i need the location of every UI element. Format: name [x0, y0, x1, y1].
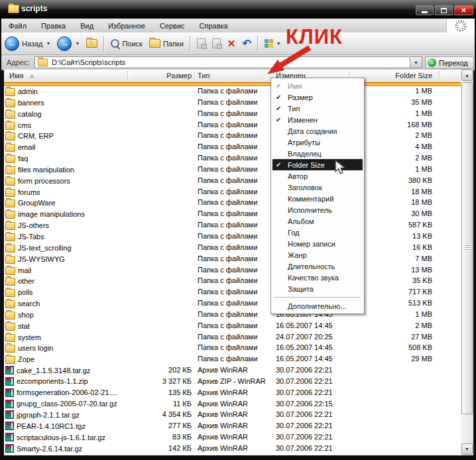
file-modified: 30.07.2006 22:21	[276, 377, 346, 385]
scrollbar-thumb[interactable]	[461, 82, 473, 414]
context-menu-item[interactable]: ✔ Комментарий	[272, 193, 363, 204]
table-row[interactable]: other Папка с файлами 16.05.2007 14:45 3…	[4, 276, 461, 287]
context-menu-item[interactable]: ✔ Владелец	[272, 148, 363, 159]
table-row[interactable]: forums Папка с файлами 16.05.2007 14:45 …	[4, 187, 461, 198]
column-divider[interactable]	[194, 71, 196, 81]
table-row[interactable]: shop Папка с файлами 16.05.2007 14:45 1 …	[4, 310, 461, 321]
column-header-name[interactable]: Имя	[9, 72, 35, 80]
address-value: D:\Сайт\Scripts\scripts	[52, 58, 410, 66]
file-name: admin	[18, 87, 38, 95]
menubar-item[interactable]: Избранное	[101, 19, 152, 32]
file-icon	[5, 233, 15, 241]
table-row[interactable]: ezcomponents-1.1.zip 3 327 КБ Архив ZIP …	[4, 376, 461, 388]
menubar-item[interactable]: Правка	[34, 19, 73, 32]
go-button[interactable]: → Переход	[425, 56, 474, 69]
table-row[interactable]: formsgeneration-2006-02-21.... 135 КБ Ар…	[4, 388, 461, 399]
table-row[interactable]: faq Папка с файлами 16.05.2007 14:45 2 M…	[4, 153, 461, 164]
scroll-down-button[interactable]: ▼	[461, 443, 473, 455]
folders-icon	[149, 39, 160, 48]
table-row[interactable]: JS-text_scrolling Папка с файлами 16.05.…	[4, 243, 461, 254]
up-button[interactable]: ↑	[83, 39, 101, 48]
context-menu-item[interactable]: ✔ Имя	[272, 80, 363, 91]
file-name: search	[18, 300, 40, 308]
table-row[interactable]: email Папка с файлами 16.05.2007 14:45 4…	[4, 142, 461, 153]
table-row[interactable]: polls Папка с файлами 16.05.2007 14:45 7…	[4, 287, 461, 298]
context-menu-item[interactable]: ✔ Жанр	[272, 249, 363, 260]
table-row[interactable]: system Папка с файлами 24.07.2007 20:25 …	[4, 332, 461, 343]
table-row[interactable]: scriptaculous-js-1.6.1.tar.gz 83 КБ Архи…	[4, 432, 461, 443]
back-dropdown-icon[interactable]: ▼	[46, 41, 51, 46]
context-menu-item[interactable]: ✔ Год	[272, 227, 363, 238]
table-row[interactable]: Smarty-2.6.14.tar.gz 142 КБ Архив WinRAR…	[4, 443, 461, 455]
back-button[interactable]: ← Назад ▼	[1, 36, 54, 51]
address-input[interactable]: D:\Сайт\Scripts\scripts ▼	[34, 56, 422, 68]
checkmark-icon: ✔	[276, 116, 288, 123]
column-divider[interactable]	[127, 71, 129, 81]
undo-button[interactable]: ↶	[239, 38, 254, 49]
context-menu-item[interactable]: ✔ Защита	[272, 283, 363, 294]
vertical-scrollbar[interactable]: ▲ ▼	[461, 70, 473, 455]
delete-icon: ✕	[227, 38, 236, 48]
context-menu-item[interactable]: ✔ Длительность	[272, 260, 363, 272]
context-menu-item[interactable]: ✔ Качество звука	[272, 272, 363, 283]
close-button[interactable]: ✕	[454, 5, 473, 15]
column-divider[interactable]	[439, 71, 440, 81]
table-row[interactable]: image manipulations Папка с файлами 16.0…	[4, 209, 461, 220]
context-menu-item[interactable]: ✔ Размер	[272, 91, 363, 103]
context-menu-item[interactable]: ✔ Дополнительно...	[272, 300, 363, 312]
toolbar-separator	[257, 36, 259, 52]
column-header-size[interactable]: Размер	[127, 72, 192, 80]
column-header-type[interactable]: Тип	[198, 72, 209, 80]
scroll-up-button[interactable]: ▲	[461, 70, 473, 81]
context-menu-item[interactable]: ✔ Изменен	[272, 114, 363, 125]
table-row[interactable]: cake_1.1.5.3148.tar.gz 202 КБ Архив WinR…	[4, 365, 461, 376]
file-size: 4 354 КБ	[127, 410, 192, 418]
menubar-item[interactable]: Вид	[73, 19, 101, 32]
table-row[interactable]: PEAR-1.4.10RC1.tgz 277 КБ Архив WinRAR 3…	[4, 421, 461, 432]
table-row[interactable]: CRM, ERP Папка с файлами 16.05.2007 14:4…	[4, 131, 461, 142]
table-row[interactable]: mail Папка с файлами 16.05.2007 14:45 13…	[4, 265, 461, 276]
search-button[interactable]: Поиск	[107, 39, 145, 48]
table-row[interactable]: JS-others Папка с файлами 16.05.2007 14:…	[4, 220, 461, 231]
delete-button[interactable]: ✕	[224, 38, 239, 48]
context-menu-item[interactable]: ✔ Заголовок	[272, 182, 363, 193]
address-dropdown-icon[interactable]: ▼	[410, 57, 422, 68]
context-menu-item[interactable]: ✔	[272, 294, 363, 300]
table-row[interactable]: catalog Папка с файлами 16.05.2007 14:45…	[4, 109, 461, 120]
table-row[interactable]: jpgraph-2.1.1.tar.gz 4 354 КБ Архив WinR…	[4, 410, 461, 421]
context-menu-item[interactable]: ✔ Альбом	[272, 215, 363, 227]
table-row[interactable]: JS-WYSIWYG Папка с файлами 16.05.2007 14…	[4, 254, 461, 265]
table-row[interactable]: cms Папка с файлами 16.05.2007 14:45 168…	[4, 120, 461, 131]
table-row[interactable]: search Папка с файлами 16.05.2007 14:45 …	[4, 298, 461, 310]
move-to-button[interactable]	[194, 38, 209, 48]
menubar-item[interactable]: Файл	[1, 19, 34, 32]
context-menu-item[interactable]: ✔ Дата создания	[272, 125, 363, 137]
table-row[interactable]: form processors Папка с файлами 16.05.20…	[4, 176, 461, 187]
context-menu-item[interactable]: ✔ Автор	[272, 170, 363, 182]
folders-button[interactable]: Папки	[146, 39, 187, 48]
context-menu-item[interactable]: ✔ Исполнитель	[272, 204, 363, 215]
table-row[interactable]: banners Папка с файлами 16.05.2007 14:45…	[4, 97, 461, 109]
maximize-button[interactable]	[435, 5, 453, 15]
table-row[interactable]: GroupWare Папка с файлами 16.05.2007 14:…	[4, 198, 461, 209]
forward-button[interactable]: → ▼	[54, 36, 83, 51]
table-row[interactable]: JS-Tabs Папка с файлами 16.05.2007 14:45…	[4, 231, 461, 243]
minimize-button[interactable]	[416, 5, 434, 15]
menubar-item[interactable]: Справка	[192, 19, 235, 32]
table-row[interactable]: gnupg_class-2005-07-20.tar.gz 11 КБ Архи…	[4, 399, 461, 410]
context-menu-item[interactable]: ✔ Тип	[272, 103, 363, 114]
copy-to-button[interactable]	[209, 38, 224, 48]
context-menu-item[interactable]: ✔ Folder Size	[272, 159, 363, 170]
menubar-item[interactable]: Сервис	[152, 19, 192, 32]
file-name: JS-WYSIWYG	[18, 255, 65, 263]
table-row[interactable]: users login Папка с файлами 16.05.2007 1…	[4, 343, 461, 354]
table-row[interactable]: Zope Папка с файлами 16.05.2007 14:45 29…	[4, 354, 461, 365]
file-icon	[5, 433, 14, 441]
context-menu-item[interactable]: ✔ Номер записи	[272, 238, 363, 249]
table-row[interactable]: stat Папка с файлами 16.05.2007 14:45 2 …	[4, 321, 461, 332]
forward-dropdown-icon[interactable]: ▼	[75, 41, 80, 46]
context-menu-item[interactable]: ✔ Атрибуты	[272, 137, 363, 148]
table-row[interactable]: files manipulation Папка с файлами 16.05…	[4, 164, 461, 176]
table-row[interactable]: admin Папка с файлами 16.05.2007 14:45 1…	[4, 86, 461, 97]
file-name: stat	[18, 322, 30, 330]
